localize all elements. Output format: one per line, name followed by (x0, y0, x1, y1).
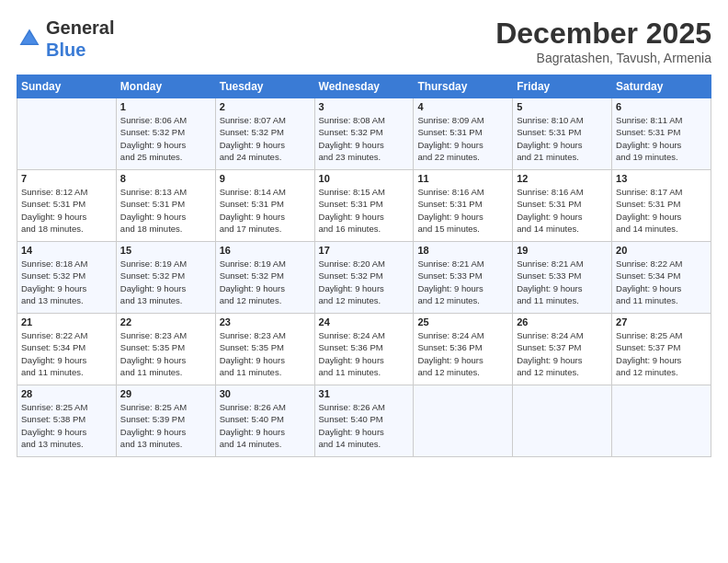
col-header-sunday: Sunday (17, 75, 117, 98)
calendar-cell: 16Sunrise: 8:19 AMSunset: 5:32 PMDayligh… (215, 242, 314, 314)
day-info: Sunrise: 8:19 AMSunset: 5:32 PMDaylight:… (120, 258, 211, 306)
calendar-cell: 22Sunrise: 8:23 AMSunset: 5:35 PMDayligh… (116, 314, 215, 385)
day-number: 9 (220, 173, 311, 184)
day-number: 2 (220, 101, 311, 112)
day-number: 13 (616, 173, 707, 184)
calendar-cell: 10Sunrise: 8:15 AMSunset: 5:31 PMDayligh… (314, 170, 414, 242)
calendar-cell: 1Sunrise: 8:06 AMSunset: 5:32 PMDaylight… (116, 98, 215, 170)
header: General Blue December 2025 Bagratashen, … (17, 17, 711, 65)
day-info: Sunrise: 8:26 AMSunset: 5:40 PMDaylight:… (220, 401, 311, 450)
day-info: Sunrise: 8:19 AMSunset: 5:32 PMDaylight:… (220, 258, 311, 306)
logo-icon (17, 26, 42, 52)
day-info: Sunrise: 8:25 AMSunset: 5:39 PMDaylight:… (120, 401, 211, 450)
calendar-cell: 24Sunrise: 8:24 AMSunset: 5:36 PMDayligh… (314, 314, 414, 385)
day-info: Sunrise: 8:25 AMSunset: 5:37 PMDaylight:… (616, 329, 707, 378)
location-subtitle: Bagratashen, Tavush, Armenia (495, 51, 711, 65)
day-number: 15 (120, 245, 211, 256)
day-number: 8 (120, 173, 211, 184)
day-number: 26 (517, 316, 608, 327)
day-number: 23 (220, 316, 311, 327)
title-block: December 2025 Bagratashen, Tavush, Armen… (495, 17, 711, 65)
calendar-cell: 17Sunrise: 8:20 AMSunset: 5:32 PMDayligh… (314, 242, 414, 314)
calendar-cell: 26Sunrise: 8:24 AMSunset: 5:37 PMDayligh… (513, 314, 612, 385)
day-number: 12 (517, 173, 608, 184)
calendar-cell: 11Sunrise: 8:16 AMSunset: 5:31 PMDayligh… (414, 170, 513, 242)
day-info: Sunrise: 8:14 AMSunset: 5:31 PMDaylight:… (220, 186, 311, 235)
calendar-body: 1Sunrise: 8:06 AMSunset: 5:32 PMDaylight… (17, 98, 711, 457)
day-info: Sunrise: 8:16 AMSunset: 5:31 PMDaylight:… (417, 186, 508, 235)
calendar-cell: 31Sunrise: 8:26 AMSunset: 5:40 PMDayligh… (314, 385, 414, 457)
day-number: 28 (21, 388, 112, 399)
calendar-cell: 20Sunrise: 8:22 AMSunset: 5:34 PMDayligh… (612, 242, 711, 314)
logo: General Blue (17, 17, 114, 61)
day-number: 1 (120, 101, 211, 112)
day-info: Sunrise: 8:07 AMSunset: 5:32 PMDaylight:… (220, 114, 311, 163)
week-row-1: 1Sunrise: 8:06 AMSunset: 5:32 PMDaylight… (17, 98, 711, 170)
day-info: Sunrise: 8:06 AMSunset: 5:32 PMDaylight:… (120, 114, 211, 163)
week-row-4: 21Sunrise: 8:22 AMSunset: 5:34 PMDayligh… (17, 314, 711, 385)
day-number: 24 (319, 316, 410, 327)
day-number: 16 (220, 245, 311, 256)
day-number: 25 (417, 316, 508, 327)
calendar-cell: 12Sunrise: 8:16 AMSunset: 5:31 PMDayligh… (513, 170, 612, 242)
calendar-table: SundayMondayTuesdayWednesdayThursdayFrid… (17, 75, 711, 457)
day-info: Sunrise: 8:21 AMSunset: 5:33 PMDaylight:… (417, 258, 508, 306)
day-info: Sunrise: 8:11 AMSunset: 5:31 PMDaylight:… (616, 114, 707, 163)
day-info: Sunrise: 8:10 AMSunset: 5:31 PMDaylight:… (517, 114, 608, 163)
day-number: 19 (517, 245, 608, 256)
day-number: 30 (220, 388, 311, 399)
calendar-cell: 23Sunrise: 8:23 AMSunset: 5:35 PMDayligh… (215, 314, 314, 385)
col-header-thursday: Thursday (414, 75, 513, 98)
calendar-cell: 14Sunrise: 8:18 AMSunset: 5:32 PMDayligh… (17, 242, 117, 314)
day-info: Sunrise: 8:15 AMSunset: 5:31 PMDaylight:… (319, 186, 410, 235)
week-row-2: 7Sunrise: 8:12 AMSunset: 5:31 PMDaylight… (17, 170, 711, 242)
col-header-wednesday: Wednesday (314, 75, 414, 98)
col-header-saturday: Saturday (612, 75, 711, 98)
day-number: 6 (616, 101, 707, 112)
day-number: 4 (417, 101, 508, 112)
day-info: Sunrise: 8:25 AMSunset: 5:38 PMDaylight:… (21, 401, 112, 450)
calendar-cell: 3Sunrise: 8:08 AMSunset: 5:32 PMDaylight… (314, 98, 414, 170)
day-number: 18 (417, 245, 508, 256)
calendar-cell: 2Sunrise: 8:07 AMSunset: 5:32 PMDaylight… (215, 98, 314, 170)
day-info: Sunrise: 8:18 AMSunset: 5:32 PMDaylight:… (21, 258, 112, 306)
calendar-cell: 18Sunrise: 8:21 AMSunset: 5:33 PMDayligh… (414, 242, 513, 314)
week-row-5: 28Sunrise: 8:25 AMSunset: 5:38 PMDayligh… (17, 385, 711, 457)
day-info: Sunrise: 8:26 AMSunset: 5:40 PMDaylight:… (319, 401, 410, 450)
calendar-cell: 7Sunrise: 8:12 AMSunset: 5:31 PMDaylight… (17, 170, 117, 242)
calendar-cell: 19Sunrise: 8:21 AMSunset: 5:33 PMDayligh… (513, 242, 612, 314)
day-number: 29 (120, 388, 211, 399)
day-info: Sunrise: 8:24 AMSunset: 5:37 PMDaylight:… (517, 329, 608, 378)
day-info: Sunrise: 8:08 AMSunset: 5:32 PMDaylight:… (319, 114, 410, 163)
day-info: Sunrise: 8:24 AMSunset: 5:36 PMDaylight:… (417, 329, 508, 378)
calendar-cell (612, 385, 711, 457)
page: General Blue December 2025 Bagratashen, … (0, 0, 728, 563)
calendar-cell: 13Sunrise: 8:17 AMSunset: 5:31 PMDayligh… (612, 170, 711, 242)
calendar-cell (513, 385, 612, 457)
day-info: Sunrise: 8:20 AMSunset: 5:32 PMDaylight:… (319, 258, 410, 306)
calendar-cell: 30Sunrise: 8:26 AMSunset: 5:40 PMDayligh… (215, 385, 314, 457)
day-info: Sunrise: 8:16 AMSunset: 5:31 PMDaylight:… (517, 186, 608, 235)
day-number: 21 (21, 316, 112, 327)
logo-blue: Blue (46, 40, 85, 60)
day-number: 7 (21, 173, 112, 184)
calendar-cell (414, 385, 513, 457)
day-number: 11 (417, 173, 508, 184)
day-number: 10 (319, 173, 410, 184)
day-info: Sunrise: 8:13 AMSunset: 5:31 PMDaylight:… (120, 186, 211, 235)
day-number: 5 (517, 101, 608, 112)
calendar-cell: 15Sunrise: 8:19 AMSunset: 5:32 PMDayligh… (116, 242, 215, 314)
day-number: 31 (319, 388, 410, 399)
col-header-monday: Monday (116, 75, 215, 98)
calendar-header-row: SundayMondayTuesdayWednesdayThursdayFrid… (17, 75, 711, 98)
day-info: Sunrise: 8:24 AMSunset: 5:36 PMDaylight:… (319, 329, 410, 378)
calendar-cell (17, 98, 117, 170)
day-info: Sunrise: 8:17 AMSunset: 5:31 PMDaylight:… (616, 186, 707, 235)
calendar-cell: 28Sunrise: 8:25 AMSunset: 5:38 PMDayligh… (17, 385, 117, 457)
calendar-cell: 9Sunrise: 8:14 AMSunset: 5:31 PMDaylight… (215, 170, 314, 242)
day-number: 20 (616, 245, 707, 256)
calendar-cell: 4Sunrise: 8:09 AMSunset: 5:31 PMDaylight… (414, 98, 513, 170)
day-info: Sunrise: 8:21 AMSunset: 5:33 PMDaylight:… (517, 258, 608, 306)
col-header-friday: Friday (513, 75, 612, 98)
day-info: Sunrise: 8:23 AMSunset: 5:35 PMDaylight:… (120, 329, 211, 378)
